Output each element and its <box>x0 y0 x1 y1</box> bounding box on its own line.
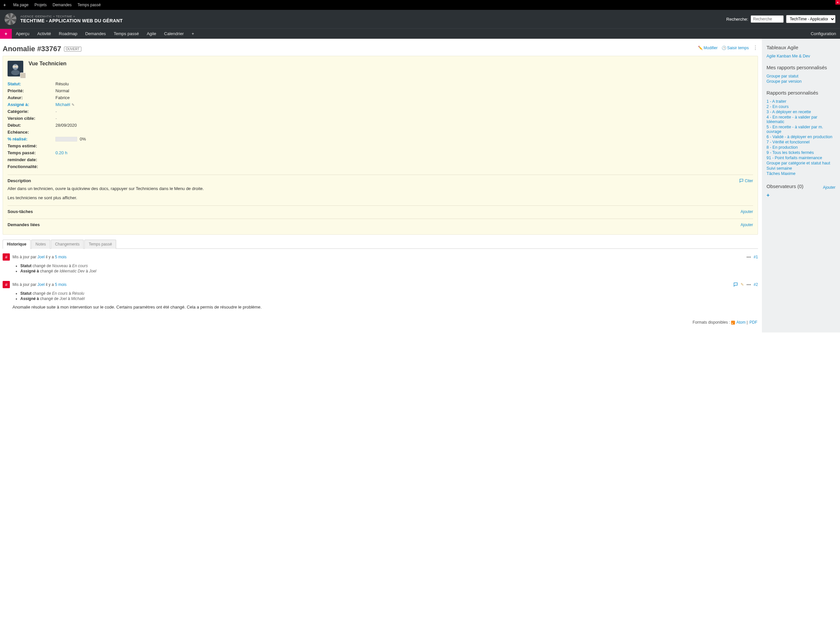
topbar-plus-icon[interactable]: + <box>3 2 6 8</box>
nav-issues[interactable]: Demandes <box>82 29 110 39</box>
journal-time-link[interactable]: 5 mois <box>55 255 66 259</box>
edit-button[interactable]: ✏️ Modifier <box>698 45 717 50</box>
more-actions-icon[interactable]: ⋮ <box>753 45 758 51</box>
export-atom[interactable]: Atom <box>736 320 746 325</box>
edit-note-icon[interactable]: ✎ <box>740 282 744 287</box>
tab-history[interactable]: Historique <box>3 239 30 249</box>
topbar-right-plus-icon[interactable]: + <box>835 0 840 5</box>
sidebar-report-link[interactable]: Groupe par catégorie et statut haut <box>766 161 835 166</box>
nav-activity[interactable]: Activité <box>33 29 55 39</box>
sidebar-report-link[interactable]: 1 - A traiter <box>766 99 835 104</box>
edit-assignee-icon[interactable]: ✎ <box>71 103 74 107</box>
breadcrumb-path: AGENCE IDEEMATIC » TECHTIME » <box>20 15 123 18</box>
topbar-projects[interactable]: Projets <box>35 3 47 7</box>
attr-version-label: Version cible: <box>8 116 56 121</box>
tab-notes[interactable]: Notes <box>31 239 50 249</box>
logo-icon <box>5 13 17 25</box>
journal-avatar: iii <box>3 281 10 288</box>
svg-point-1 <box>11 70 20 75</box>
attr-spent-value[interactable]: 0.20 h <box>56 150 67 155</box>
add-related-button[interactable]: Ajouter <box>740 223 753 227</box>
svg-point-3 <box>15 65 18 68</box>
header: AGENCE IDEEMATIC » TECHTIME » TECHTIME -… <box>0 10 840 28</box>
attr-priority-value: Normal <box>56 88 69 93</box>
attr-done-value: 0% <box>80 136 86 141</box>
description-body: Aller dans un technicien, ouvre la quick… <box>8 186 753 201</box>
sidebar-report-link[interactable]: Suivi semaine <box>766 166 835 171</box>
sidebar-myreport-link[interactable]: Groupe par version <box>766 79 835 84</box>
attr-assignee-label[interactable]: Assigné à: <box>8 102 56 107</box>
log-time-button[interactable]: 🕒 Saisir temps <box>722 45 749 50</box>
nav-config[interactable]: Configuration <box>807 29 840 39</box>
breadcrumb: AGENCE IDEEMATIC » TECHTIME » TECHTIME -… <box>20 15 123 23</box>
journal-anchor[interactable]: #2 <box>754 282 758 287</box>
nav-add-tab[interactable]: + <box>188 29 198 39</box>
topbar-mypage[interactable]: Ma page <box>13 3 29 7</box>
journal-user-link[interactable]: Joel <box>38 255 45 259</box>
sidebar-report-link[interactable]: 5 - En recette - à valider par m. ouvrag… <box>766 124 835 134</box>
attr-status-label[interactable]: Statut: <box>8 82 56 86</box>
attr-spent-label: Temps passé: <box>8 150 56 155</box>
sidebar-agile-link[interactable]: Agile Kanban Me & Dev <box>766 53 835 59</box>
export-pdf[interactable]: PDF <box>749 320 757 325</box>
sidebar-reports-title: Rapports personnalisés <box>766 90 835 95</box>
attr-category-value: - <box>56 109 57 114</box>
attr-priority-label: Priorité: <box>8 88 56 93</box>
sidebar: Tableaux Agile Agile Kanban Me & Dev Mes… <box>762 39 840 333</box>
quote-button[interactable]: Citer <box>739 179 753 183</box>
journal-entry: iii Mis à jour par Joel il y a 5 mois ••… <box>3 253 758 274</box>
issue-subject: Vue Technicien <box>29 61 67 77</box>
topbar: + Ma page Projets Demandes Temps passé + <box>0 0 840 10</box>
progress-bar <box>56 137 77 141</box>
related-title: Demandes liées <box>8 222 40 227</box>
nav-agile[interactable]: Agile <box>143 29 160 39</box>
issue-details: Vue Technicien Statut:Résolu Priorité:No… <box>3 56 758 235</box>
tab-time[interactable]: Temps passé <box>84 239 116 249</box>
breadcrumb-title: TECHTIME - APPLICATION WEB DU GÉRANT <box>20 18 123 23</box>
attr-start-label: Début: <box>8 123 56 128</box>
add-subtask-button[interactable]: Ajouter <box>740 209 753 214</box>
sidebar-report-link[interactable]: 9 - Tous les tickets fermés <box>766 150 835 155</box>
sidebar-watchers-title: Observateurs (0) <box>766 183 804 189</box>
sidebar-report-link[interactable]: 7 - Vérifié et fonctionnel <box>766 139 835 145</box>
sidebar-report-link[interactable]: 3 - A déployer en recette <box>766 109 835 115</box>
attr-author-value: Fabrice <box>56 95 70 100</box>
assignee-avatar-small <box>20 73 26 79</box>
subtasks-title: Sous-tâches <box>8 209 33 214</box>
sidebar-report-link[interactable]: 91 - Point forfaits maintenance <box>766 155 835 161</box>
sidebar-myreports-title: Mes rapports personnalisés <box>766 65 835 70</box>
nav-calendar[interactable]: Calendrier <box>160 29 188 39</box>
journal-more-icon[interactable]: ••• <box>746 255 751 260</box>
nav-roadmap[interactable]: Roadmap <box>55 29 81 39</box>
nav-plus-button[interactable]: + <box>0 29 12 39</box>
pencil-icon: ✏️ <box>698 45 702 50</box>
main-nav: + Aperçu Activité Roadmap Demandes Temps… <box>0 28 840 39</box>
add-watcher-plus-icon[interactable]: + <box>766 192 835 198</box>
project-select[interactable]: TechTime - Application web d... <box>786 15 835 23</box>
sidebar-report-link[interactable]: 2 - En cours <box>766 104 835 109</box>
sidebar-report-link[interactable]: 6 - Validé - à déployer en production <box>766 134 835 139</box>
attr-author-label: Auteur: <box>8 95 56 100</box>
attr-done-label[interactable]: % réalisé: <box>8 136 56 141</box>
topbar-issues[interactable]: Demandes <box>53 3 71 7</box>
sidebar-report-link[interactable]: Tâches Maxime <box>766 171 835 176</box>
journal-time-link[interactable]: 5 mois <box>55 282 66 287</box>
journal-more-icon[interactable]: ••• <box>746 282 751 287</box>
sidebar-report-link[interactable]: 4 - En recette - à valider par Idéematic <box>766 115 835 124</box>
description-title: Description <box>8 178 31 183</box>
nav-overview[interactable]: Aperçu <box>12 29 33 39</box>
comment-icon[interactable] <box>733 282 738 287</box>
tab-changes[interactable]: Changements <box>51 239 84 249</box>
add-watcher-button[interactable]: Ajouter <box>823 185 835 190</box>
sidebar-myreport-link[interactable]: Groupe par statut <box>766 74 835 79</box>
journal-note: Anomalie résolue suite à mon interventio… <box>12 304 758 309</box>
nav-time[interactable]: Temps passé <box>110 29 143 39</box>
search-label: Recherche: <box>726 17 748 22</box>
topbar-time[interactable]: Temps passé <box>77 3 101 7</box>
journal-anchor[interactable]: #1 <box>754 255 758 259</box>
attr-assignee-value[interactable]: Michaël <box>56 102 70 107</box>
sidebar-report-link[interactable]: 8 - En production <box>766 145 835 150</box>
search-input[interactable] <box>751 15 784 23</box>
attr-feature-label: Fonctionnalité: <box>8 164 56 169</box>
journal-user-link[interactable]: Joel <box>38 282 45 287</box>
